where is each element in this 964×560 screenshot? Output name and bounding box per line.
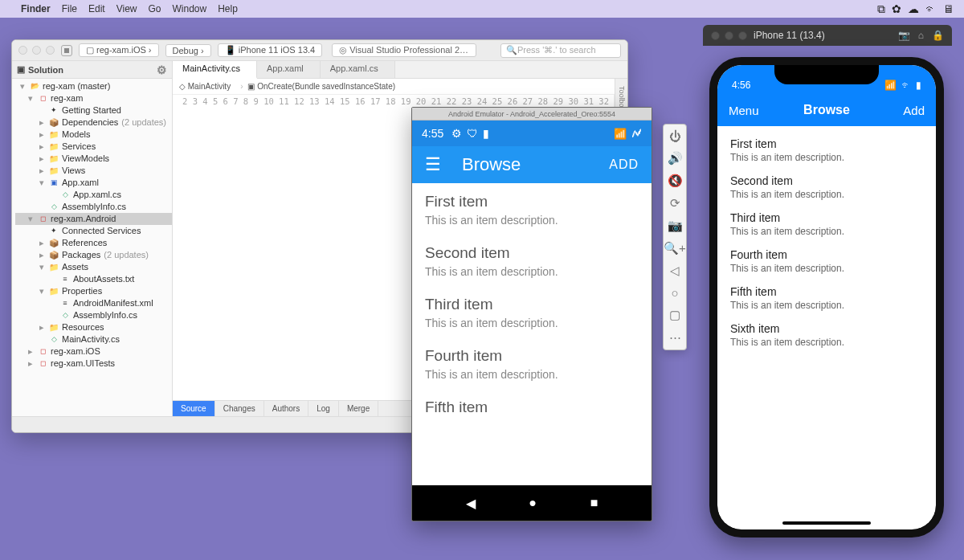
signal-icon: 📶 <box>884 80 897 91</box>
global-search[interactable]: 🔍 Press '⌘.' to search <box>500 43 621 58</box>
battery-icon: 🗲 <box>631 128 642 140</box>
android-clock: 4:55 <box>422 127 443 140</box>
recent-icon[interactable]: ■ <box>590 496 598 510</box>
list-item[interactable]: Sixth itemThis is an item description. <box>717 316 936 353</box>
home-icon[interactable]: ⌂ <box>918 30 924 41</box>
battery-icon: ▮ <box>483 127 489 140</box>
back-icon[interactable]: ◀ <box>466 496 476 511</box>
ios-nav-right[interactable]: Add <box>903 104 925 117</box>
list-item[interactable]: First itemThis is an item description. <box>717 131 936 168</box>
android-app-bar: ☰ Browse ADD <box>412 146 652 183</box>
hamburger-icon[interactable]: ☰ <box>425 154 441 175</box>
battery-icon: ▮ <box>916 80 921 91</box>
solution-explorer: ▣ Solution ⚙ ▾📂reg-xam (master) ▾◻reg-xa… <box>12 61 173 416</box>
emulator-control-icon[interactable]: 🔍+ <box>664 241 686 255</box>
window-traffic-lights[interactable] <box>18 46 55 55</box>
solution-tree[interactable]: ▾📂reg-xam (master) ▾◻reg-xam ✦Getting St… <box>12 79 172 416</box>
screenshot-icon[interactable]: 📷 <box>898 30 910 41</box>
run-device[interactable]: 📱 iPhone 11 iOS 13.4 <box>218 43 322 57</box>
ios-list[interactable]: First itemThis is an item description.Se… <box>717 126 936 358</box>
menubar-item-file[interactable]: File <box>62 3 77 14</box>
footer-log[interactable]: Log <box>308 401 339 416</box>
iphone-frame: 4:56 📶 ᯤ ▮ Menu Browse Add First itemThi… <box>709 57 944 538</box>
footer-merge[interactable]: Merge <box>339 401 378 416</box>
sim-title: iPhone 11 (13.4) <box>754 30 825 41</box>
emulator-control-icon[interactable]: ⏻ <box>669 129 681 143</box>
status-icon[interactable]: ✿ <box>892 2 901 16</box>
tab-mainactivity[interactable]: MainActivity.cs <box>173 61 257 79</box>
list-item[interactable]: Fourth itemThis is an item description. <box>717 242 936 279</box>
list-item[interactable]: Fifth item <box>412 389 652 424</box>
status-icon[interactable]: ᯤ <box>925 2 937 16</box>
project-android[interactable]: ▾◻reg-xam.Android <box>15 213 172 225</box>
tab-appxamlcs[interactable]: App.xaml.cs <box>321 61 395 78</box>
ios-nav-bar: Menu Browse Add <box>717 94 936 126</box>
list-item[interactable]: Second itemThis is an item description. <box>717 168 936 205</box>
android-status-bar: 4:55 ⚙ 🛡 ▮ 📶 🗲 <box>412 121 652 146</box>
vs-toolbar: ▢ reg-xam.iOS › Debug › 📱 iPhone 11 iOS … <box>12 40 627 61</box>
editor-tabs[interactable]: MainActivity.cs App.xaml App.xaml.cs <box>173 61 627 79</box>
menubar-app-name[interactable]: Finder <box>21 3 51 14</box>
android-title: Browse <box>462 154 521 175</box>
macos-menubar[interactable]: Finder File Edit View Go Window Help ⧉ ✿… <box>0 0 964 18</box>
list-item[interactable]: Third itemThis is an item description. <box>717 205 936 242</box>
lock-icon[interactable]: 🔒 <box>932 30 944 41</box>
ios-simulator-window: iPhone 11 (13.4) 📷 ⌂ 🔒 4:56 📶 ᯤ ▮ Menu B… <box>703 25 952 539</box>
emulator-control-icon[interactable]: 🔊 <box>668 151 683 166</box>
run-target-project[interactable]: ▢ reg-xam.iOS › <box>79 43 159 57</box>
emulator-control-icon[interactable]: ○ <box>671 286 678 300</box>
settings-icon: ⚙ <box>451 127 462 140</box>
android-list[interactable]: First itemThis is an item description.Se… <box>412 183 652 485</box>
menubar-item-edit[interactable]: Edit <box>88 3 105 14</box>
list-item[interactable]: Fifth itemThis is an item description. <box>717 279 936 316</box>
ios-nav-left[interactable]: Menu <box>729 104 759 117</box>
menubar-item-help[interactable]: Help <box>218 3 238 14</box>
sim-titlebar[interactable]: iPhone 11 (13.4) 📷 ⌂ 🔒 <box>703 25 952 46</box>
list-item[interactable]: First itemThis is an item description. <box>412 183 652 235</box>
list-item[interactable]: Fourth itemThis is an item description. <box>412 337 652 389</box>
list-item[interactable]: Second itemThis is an item description. <box>412 235 652 286</box>
menubar-item-window[interactable]: Window <box>173 3 207 14</box>
tab-appxaml[interactable]: App.xaml <box>257 61 321 78</box>
home-indicator[interactable] <box>782 521 871 525</box>
footer-changes[interactable]: Changes <box>215 401 264 416</box>
emulator-control-icon[interactable]: ▢ <box>669 308 680 322</box>
solution-settings-icon[interactable]: ⚙ <box>157 63 167 76</box>
footer-source[interactable]: Source <box>173 401 215 416</box>
wifi-icon: 📶 <box>614 128 627 140</box>
editor-breadcrumb[interactable]: ◇ MainActivity ▣ OnCreate(Bundle savedIn… <box>173 79 627 95</box>
iphone-notch <box>774 65 879 84</box>
ide-title: ◎ Visual Studio Professional 2019 for Ma… <box>332 43 476 57</box>
menubar-item-view[interactable]: View <box>116 3 137 14</box>
run-configuration[interactable]: Debug › <box>165 44 211 57</box>
status-icon[interactable]: 🖥 <box>943 2 954 16</box>
android-nav-bar[interactable]: ◀ ● ■ <box>412 485 652 521</box>
emulator-control-icon[interactable]: 📷 <box>668 219 683 233</box>
status-icon[interactable]: ⧉ <box>877 2 885 16</box>
android-window-title: Android Emulator - Android_Accelerated_O… <box>412 108 652 121</box>
menubar-item-go[interactable]: Go <box>149 3 161 14</box>
home-icon[interactable]: ● <box>529 496 537 510</box>
android-add-button[interactable]: ADD <box>609 157 639 172</box>
shield-icon: 🛡 <box>467 127 478 140</box>
android-emulator: Android Emulator - Android_Accelerated_O… <box>411 107 652 521</box>
solution-header: ▣ Solution ⚙ <box>12 61 172 79</box>
emulator-control-icon[interactable]: ⟳ <box>670 196 680 211</box>
status-icon[interactable]: ☁ <box>908 2 919 16</box>
stop-button[interactable] <box>61 45 72 56</box>
footer-authors[interactable]: Authors <box>264 401 308 416</box>
emulator-control-icon[interactable]: ⋯ <box>669 330 681 345</box>
ios-clock: 4:56 <box>732 80 750 91</box>
emulator-control-icon[interactable]: ◁ <box>670 264 680 278</box>
emulator-control-icon[interactable]: 🔇 <box>668 174 683 188</box>
wifi-icon: ᯤ <box>901 80 911 91</box>
emulator-toolbar[interactable]: ⏻🔊🔇⟳📷🔍+◁○▢⋯ <box>663 124 687 350</box>
list-item[interactable]: Third itemThis is an item description. <box>412 286 652 337</box>
